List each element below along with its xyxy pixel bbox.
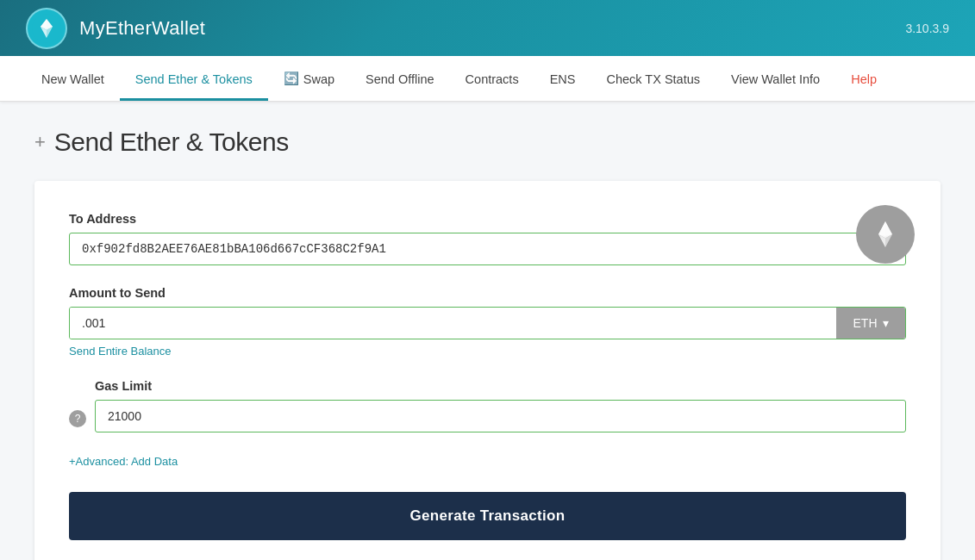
- token-label: ETH: [853, 316, 878, 330]
- app-header: MyEtherWallet 3.10.3.9: [0, 0, 975, 56]
- send-entire-balance-link[interactable]: Send Entire Balance: [69, 345, 172, 358]
- nav-item-new-wallet[interactable]: New Wallet: [26, 57, 120, 101]
- gas-limit-label: Gas Limit: [95, 379, 906, 393]
- page-title-row: + Send Ether & Tokens: [34, 128, 941, 157]
- page-title: Send Ether & Tokens: [54, 128, 289, 157]
- amount-group: Amount to Send ETH ▾ Send Entire Balance: [69, 286, 906, 358]
- nav-item-help[interactable]: Help: [835, 57, 892, 101]
- to-address-input[interactable]: [69, 233, 906, 265]
- app-title: MyEtherWallet: [79, 17, 205, 40]
- nav-item-check-tx-status[interactable]: Check TX Status: [591, 57, 716, 101]
- gas-content: Gas Limit: [95, 379, 906, 432]
- main-nav: New Wallet Send Ether & Tokens 🔄 Swap Se…: [0, 56, 975, 102]
- page-plus-icon: +: [34, 131, 46, 153]
- amount-input[interactable]: [70, 308, 836, 339]
- amount-label: Amount to Send: [69, 286, 906, 300]
- gas-limit-row: ? Gas Limit: [69, 379, 906, 432]
- app-logo: [26, 8, 67, 49]
- nav-item-swap[interactable]: 🔄 Swap: [268, 56, 350, 101]
- token-dropdown-button[interactable]: ETH ▾: [836, 308, 905, 339]
- nav-item-send-offline[interactable]: Send Offline: [350, 57, 450, 101]
- advanced-add-data-link[interactable]: +Advanced: Add Data: [69, 455, 178, 468]
- to-address-label: To Address: [69, 212, 906, 226]
- gas-limit-input[interactable]: [95, 400, 906, 432]
- nav-item-contracts[interactable]: Contracts: [450, 57, 534, 101]
- page-content: + Send Ether & Tokens To Address Amount …: [0, 102, 975, 560]
- to-address-group: To Address: [69, 212, 906, 265]
- dropdown-arrow-icon: ▾: [883, 316, 889, 330]
- nav-item-view-wallet-info[interactable]: View Wallet Info: [716, 57, 835, 101]
- app-version: 3.10.3.9: [905, 22, 949, 35]
- send-form-card: To Address Amount to Send ETH ▾ Send Ent…: [34, 181, 941, 560]
- eth-icon: [856, 205, 915, 264]
- swap-icon: 🔄: [284, 72, 299, 86]
- nav-item-ens[interactable]: ENS: [534, 57, 591, 101]
- gas-help-icon[interactable]: ?: [69, 410, 86, 427]
- generate-transaction-button[interactable]: Generate Transaction: [69, 492, 906, 540]
- header-left: MyEtherWallet: [26, 8, 205, 49]
- nav-item-send-ether-tokens[interactable]: Send Ether & Tokens: [120, 57, 268, 101]
- amount-row: ETH ▾: [69, 307, 906, 339]
